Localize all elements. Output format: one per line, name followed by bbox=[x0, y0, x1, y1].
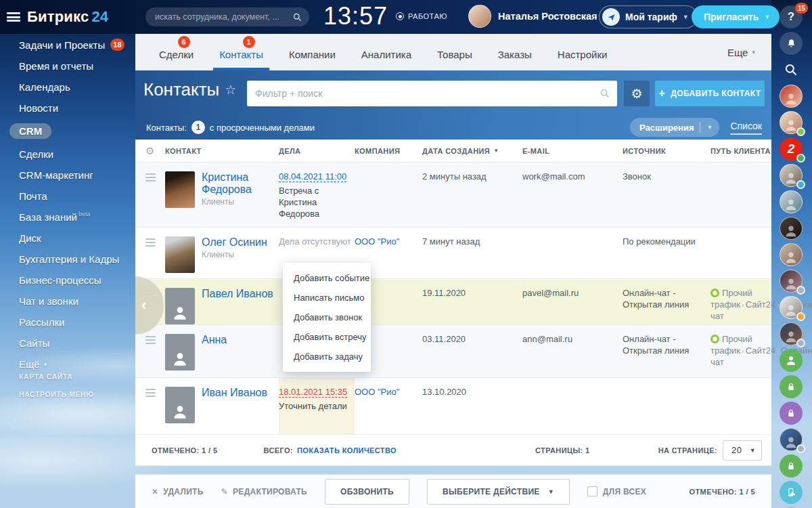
menu-burger-icon[interactable] bbox=[7, 12, 20, 22]
for-all-checkbox[interactable] bbox=[587, 486, 597, 496]
overdue-counter[interactable]: Контакты: 1 с просроченными делами bbox=[146, 121, 315, 134]
menu-item[interactable]: Добавить звонок bbox=[283, 308, 371, 327]
show-count-link[interactable]: ПОКАЗАТЬ КОЛИЧЕСТВО bbox=[297, 446, 397, 454]
global-search-input[interactable] bbox=[155, 12, 292, 22]
row-drag-handle[interactable] bbox=[135, 163, 165, 227]
invite-button[interactable]: Пригласить ▼ bbox=[692, 5, 780, 28]
bell-icon[interactable] bbox=[780, 32, 804, 56]
sidebar-item-сайты[interactable]: Сайты bbox=[0, 333, 135, 354]
activity-link[interactable]: 08.04.2021 11:00 bbox=[279, 171, 355, 183]
tariff-button[interactable]: Мой тариф ▼ bbox=[599, 5, 698, 28]
company-cell bbox=[355, 163, 422, 227]
work-clock[interactable]: 13:57 bbox=[323, 2, 388, 30]
rail-avatar[interactable] bbox=[780, 85, 804, 109]
user-icon[interactable] bbox=[780, 349, 804, 373]
column-header[interactable]: ДЕЛА bbox=[279, 147, 355, 155]
tab-аналитика[interactable]: Аналитика bbox=[348, 34, 424, 70]
counter-badge: 1 bbox=[191, 121, 205, 134]
settings-gear-button[interactable]: ⚙ bbox=[624, 81, 650, 106]
favorite-star-icon[interactable]: ☆ bbox=[225, 82, 236, 98]
email-cell: pavel@mail.ru bbox=[522, 279, 623, 324]
column-header[interactable]: ДАТА СОЗДАНИЯ▼ bbox=[422, 147, 522, 155]
column-header[interactable]: КОМПАНИЯ bbox=[355, 147, 422, 155]
tab-настройки[interactable]: Настройки bbox=[545, 34, 621, 70]
page-header: Контакты ☆ ⚙ + ДОБАВИТЬ КОНТАКТ Контакты… bbox=[135, 70, 771, 140]
rail-avatar[interactable] bbox=[780, 428, 804, 452]
menu-item[interactable]: Написать письмо bbox=[283, 288, 371, 308]
help-icon[interactable]: ?15 bbox=[780, 5, 804, 30]
extensions-button[interactable]: Расширения ▼ bbox=[630, 118, 719, 137]
sidebar-item-база-знаний[interactable]: База знанийbeta bbox=[0, 207, 135, 228]
contact-name-link[interactable]: Иван Иванов bbox=[202, 387, 267, 399]
call-button[interactable]: ОБЗВОНИТЬ bbox=[325, 479, 409, 505]
per-page-select[interactable]: 20 ▼ bbox=[723, 440, 762, 461]
activity-link[interactable]: 18.01.2021 15:35 bbox=[279, 387, 355, 398]
work-status[interactable]: РАБОТАЮ bbox=[396, 12, 447, 20]
sidebar-footer-link[interactable]: НАСТРОИТЬ МЕНЮ bbox=[19, 390, 94, 398]
sidebar-item-crm-маркетинг[interactable]: CRM-маркетинг bbox=[0, 165, 135, 186]
tab-заказы[interactable]: Заказы bbox=[485, 34, 545, 70]
messenger-icon[interactable]: 2 bbox=[780, 137, 804, 162]
row-drag-handle[interactable] bbox=[135, 378, 165, 434]
contact-name-link[interactable]: Павел Иванов bbox=[202, 288, 273, 300]
rail-avatar[interactable] bbox=[780, 296, 804, 320]
sidebar-item-ещ-[interactable]: Ещё▾ bbox=[0, 354, 135, 375]
menu-item[interactable]: Добавить событие bbox=[283, 268, 371, 288]
rail-avatar[interactable] bbox=[780, 217, 804, 241]
view-list-link[interactable]: Список bbox=[730, 121, 762, 135]
company-link[interactable]: ООО "Рио" bbox=[355, 236, 399, 247]
company-link[interactable]: ООО "Рио" bbox=[355, 387, 399, 397]
sidebar-item-диск[interactable]: Диск bbox=[0, 228, 135, 249]
column-header[interactable]: ИСТОЧНИК bbox=[623, 147, 710, 155]
column-header[interactable]: E-MAIL bbox=[522, 147, 623, 155]
menu-item[interactable]: Добавить задачу bbox=[283, 347, 371, 366]
rail-avatar[interactable] bbox=[780, 243, 804, 268]
tab-сделки[interactable]: Сделки6 bbox=[146, 34, 206, 70]
lock-icon[interactable] bbox=[780, 375, 804, 400]
row-drag-handle[interactable] bbox=[135, 228, 165, 278]
lock-icon[interactable] bbox=[780, 402, 804, 426]
tab-компании[interactable]: Компании bbox=[276, 34, 348, 70]
tab-товары[interactable]: Товары bbox=[424, 34, 485, 70]
sidebar-item-чат-и-звонки[interactable]: Чат и звонки bbox=[0, 291, 135, 312]
filter-search[interactable] bbox=[247, 81, 617, 106]
rail-avatar[interactable] bbox=[780, 111, 804, 135]
sidebar-item-бухгалтерия-и-кадры[interactable]: Бухгалтерия и Кадры bbox=[0, 249, 135, 270]
device-icon[interactable] bbox=[780, 481, 804, 505]
column-header[interactable]: ПУТЬ КЛИЕНТА bbox=[710, 147, 771, 155]
person-icon bbox=[784, 91, 798, 108]
rail-avatar[interactable] bbox=[780, 190, 804, 215]
sidebar-item-новости[interactable]: Новости bbox=[0, 98, 135, 119]
app-logo[interactable]: Битрикс24 bbox=[27, 8, 108, 26]
add-contact-button[interactable]: + ДОБАВИТЬ КОНТАКТ bbox=[655, 81, 765, 106]
sidebar-item-почта[interactable]: Почта bbox=[0, 186, 135, 207]
tab-more[interactable]: Еще▾ bbox=[711, 34, 771, 70]
menu-item[interactable]: Добавить встречу bbox=[283, 327, 371, 347]
sidebar-item-календарь[interactable]: Календарь bbox=[0, 77, 135, 98]
contact-name-link[interactable]: Кристина Федорова bbox=[202, 171, 279, 196]
rail-avatar[interactable] bbox=[780, 270, 804, 294]
column-header[interactable]: КОНТАКТ bbox=[165, 147, 279, 155]
sidebar-item-бизнес-процессы[interactable]: Бизнес-процессы bbox=[0, 270, 135, 291]
lock-icon[interactable] bbox=[780, 454, 804, 479]
contact-name-link[interactable]: Анна bbox=[202, 334, 227, 346]
tab-контакты[interactable]: Контакты1 bbox=[206, 34, 276, 70]
contact-name-link[interactable]: Олег Осинин bbox=[202, 236, 267, 249]
rail-avatar[interactable] bbox=[780, 164, 804, 188]
crm-tabs: Сделки6Контакты1КомпанииАналитикаТоварыЗ… bbox=[135, 34, 771, 70]
sidebar-item-время-и-отчеты[interactable]: Время и отчеты bbox=[0, 56, 135, 77]
select-action-dropdown[interactable]: ВЫБЕРИТЕ ДЕЙСТВИЕ▼ bbox=[427, 479, 570, 505]
delete-button[interactable]: ✕УДАЛИТЬ bbox=[152, 487, 204, 496]
user-menu[interactable]: Наталья Ростовская ▼ bbox=[468, 5, 610, 28]
edit-button[interactable]: ✎РЕДАКТИРОВАТЬ bbox=[221, 487, 307, 496]
columns-gear-icon[interactable]: ⚙ bbox=[135, 145, 165, 157]
sidebar-footer-link[interactable]: КАРТА САЙТА bbox=[19, 373, 94, 381]
filter-input[interactable] bbox=[247, 88, 600, 99]
sidebar-item-рассылки[interactable]: Рассылки bbox=[0, 312, 135, 333]
rail-avatar[interactable] bbox=[780, 322, 804, 347]
global-search[interactable] bbox=[145, 7, 309, 26]
search-icon[interactable] bbox=[780, 58, 804, 83]
sidebar-item-задачи-и-проекты[interactable]: Задачи и Проекты18 bbox=[0, 34, 135, 56]
sidebar-item-crm[interactable]: CRM bbox=[0, 119, 135, 144]
sidebar-item-сделки[interactable]: Сделки bbox=[0, 144, 135, 165]
